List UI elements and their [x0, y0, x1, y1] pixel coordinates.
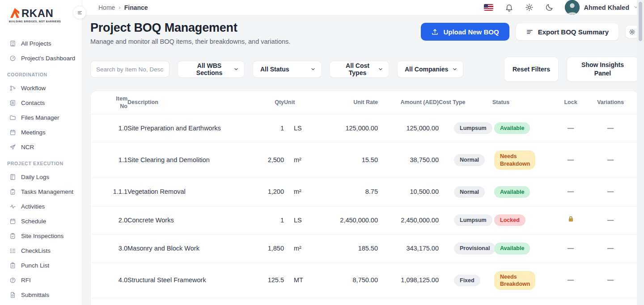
sidebar-item-schedule[interactable]: Schedule	[9, 214, 82, 229]
calendar-icon	[9, 218, 16, 225]
chevron-down-icon	[452, 67, 458, 72]
sidebar-item-checklists[interactable]: CheckLists	[9, 243, 82, 258]
list-lines-icon	[526, 28, 534, 36]
cell-lock: —	[551, 276, 591, 284]
cell-item-no: 4.0	[91, 276, 127, 284]
cell-qty: 125.5	[240, 276, 284, 284]
sidebar-item-activities[interactable]: Activities	[9, 199, 82, 214]
sidebar-section-label: PROJECT EXECUTION	[7, 161, 82, 166]
sidebar-item-punch-list[interactable]: Punch List	[9, 258, 82, 273]
building-icon	[9, 40, 16, 47]
cell-lock: —	[551, 124, 591, 133]
sidebar-section-label: COORDINATION	[7, 72, 82, 77]
empty-value: —	[568, 276, 574, 284]
sidebar-item-tasks-management[interactable]: Tasks Management	[9, 184, 82, 199]
cell-status: Available	[492, 242, 551, 254]
ncr-icon	[9, 144, 16, 151]
cell-amount: 2,450,000.00	[378, 216, 439, 225]
boq-table: Item NoDescriptionQtyUnitUnit RateAmount…	[90, 91, 639, 305]
scrollbar-thumb[interactable]	[639, 2, 642, 41]
arkan-logo-icon	[9, 7, 21, 19]
notifications-bell-icon[interactable]	[504, 3, 513, 12]
empty-value: —	[607, 125, 614, 132]
sidebar-item-contacts[interactable]: Contacts	[9, 96, 82, 110]
sidebar-item-label: Submittals	[21, 292, 49, 298]
cell-status: Needs Breakdown	[492, 150, 551, 170]
sidebar-item-files-manager[interactable]: Files Manager	[9, 110, 82, 125]
table-row[interactable]: 1.0Site Preparation and Earthworks1LS125…	[91, 114, 638, 142]
empty-value: —	[607, 217, 614, 224]
dropdown-value: All WBS Sections	[185, 62, 233, 76]
dropdown-all-cost-types[interactable]: All Cost Types	[330, 61, 389, 78]
dropdown-all-companies[interactable]: All Companies	[397, 61, 463, 78]
cell-lock: —	[551, 188, 591, 196]
upload-new-boq-button[interactable]: Upload New BOQ	[421, 23, 509, 41]
topbar-actions: Ahmed Khaled	[484, 0, 639, 15]
sidebar-item-label: All Projects	[21, 40, 51, 47]
dropdown-all-status[interactable]: All Status	[253, 61, 322, 78]
chevron-down-icon	[310, 67, 316, 72]
sidebar-item-project-s-dashboard[interactable]: Project's Dashboard	[9, 51, 82, 66]
table-row[interactable]: Mechanical, Electrical &	[91, 298, 638, 305]
cell-cost-type: Fixed	[439, 275, 492, 286]
show-insights-panel-button[interactable]: Show Insights Panel	[567, 57, 639, 82]
breadcrumb-current[interactable]: Finance	[124, 4, 148, 11]
sidebar-item-workflow[interactable]: Workflow	[9, 81, 82, 96]
column-header-cost-type: Cost Type	[439, 99, 492, 106]
breadcrumb-home[interactable]: Home	[98, 4, 115, 11]
sidebar-item-label: RFI	[21, 277, 31, 284]
cell-cost-type: Lumpsum	[439, 214, 492, 226]
language-flag-icon[interactable]	[484, 4, 493, 11]
cell-cost-type: Lumpsum	[439, 122, 492, 134]
cost-type-badge: Provisional	[454, 242, 496, 254]
table-row[interactable]: 1.1.1Vegetation Removal1,200m²8.7510,500…	[91, 178, 638, 206]
settings-gear-icon[interactable]	[525, 3, 534, 12]
avatar	[565, 0, 580, 15]
table-row[interactable]: 3.0Masonry and Block Work1,850m²185.5034…	[91, 234, 638, 263]
cell-status: Available	[492, 122, 551, 134]
sidebar-item-site-inspections[interactable]: Site Inspections	[9, 229, 82, 243]
folder-icon	[9, 114, 16, 121]
sidebar-item-rfi[interactable]: RFI	[9, 273, 82, 288]
cell-amount: 10,500.00	[378, 188, 439, 196]
sidebar-item-label: Meetings	[21, 129, 46, 136]
table-row[interactable]: 1.1Site Clearing and Demolition2,500m²15…	[91, 142, 638, 178]
column-header-qty: Qty	[240, 99, 284, 106]
column-header-description: Description	[127, 99, 240, 106]
checklist-icon	[9, 247, 16, 255]
dropdown-value: All Status	[260, 66, 289, 73]
sidebar-menu: All ProjectsProject's DashboardCOORDINAT…	[9, 36, 82, 302]
empty-value: —	[607, 276, 614, 284]
cost-type-badge: Lumpsum	[454, 122, 492, 134]
empty-value: —	[568, 188, 574, 195]
table-row[interactable]: 4.0Structural Steel Framework125.5MT8,75…	[91, 263, 638, 299]
help-circle-icon	[9, 277, 16, 284]
column-header-amount-aed-: Amount (AED)	[378, 99, 439, 106]
page-header: Project BOQ Management Manage and monito…	[90, 21, 639, 45]
table-row[interactable]: 2.0Concrete Works1LS2,450,000.002,450,00…	[91, 206, 638, 234]
sidebar-item-all-projects[interactable]: All Projects	[9, 36, 82, 51]
sidebar-item-meetings[interactable]: Meetings	[9, 125, 82, 140]
sidebar-item-label: Daily Logs	[21, 174, 49, 180]
sidebar-item-label: Workflow	[21, 85, 46, 92]
gear-icon	[629, 29, 636, 35]
sidebar-item-submittals[interactable]: Submittals	[9, 288, 82, 302]
dark-mode-moon-icon[interactable]	[545, 3, 554, 12]
sidebar-item-daily-logs[interactable]: Daily Logs	[9, 170, 82, 184]
sidebar-item-label: Activities	[21, 203, 45, 210]
status-badge: Available	[494, 186, 530, 198]
sidebar-item-ncr[interactable]: NCR	[9, 140, 82, 155]
user-menu[interactable]: Ahmed Khaled	[565, 0, 639, 15]
status-badge: Needs Breakdown	[494, 150, 535, 170]
reset-filters-button[interactable]: Reset Filters	[504, 57, 559, 82]
cell-description: Vegetation Removal	[127, 188, 224, 196]
search-input[interactable]	[90, 61, 169, 78]
dropdown-all-wbs-sections[interactable]: All WBS Sections	[178, 61, 245, 78]
sidebar-toggle-button[interactable]	[73, 6, 86, 19]
export-boq-summary-button[interactable]: Export BOQ Summary	[516, 23, 619, 41]
sidebar-item-label: NCR	[21, 144, 34, 150]
contacts-icon	[9, 100, 16, 107]
cell-unit-rate: 2,450,000.00	[320, 216, 378, 225]
sidebar-item-label: Files Manager	[21, 114, 59, 121]
cell-unit: MT	[284, 276, 320, 284]
